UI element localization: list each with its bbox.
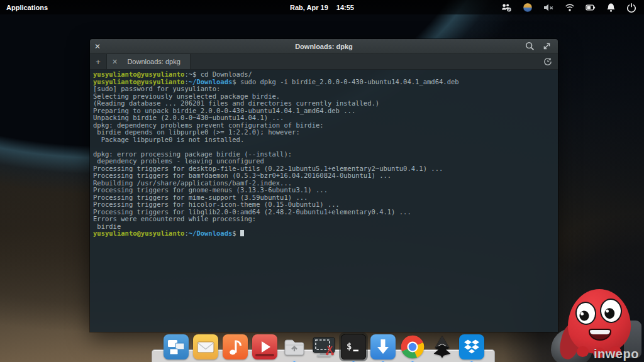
tab-bar: + ✕ Downloads: dpkg bbox=[90, 54, 558, 70]
mascot-eye-right bbox=[599, 298, 623, 324]
terminal-output-area[interactable]: yusyulianto@yusyulianto:~$ cd Downloads/… bbox=[90, 70, 558, 332]
inkscape-dock-icon[interactable] bbox=[430, 334, 455, 359]
terminal-dock-icon[interactable]: $ bbox=[341, 334, 366, 359]
music-dock-icon[interactable] bbox=[223, 334, 248, 359]
dock: $ bbox=[164, 334, 484, 359]
battery-icon[interactable] bbox=[586, 3, 596, 13]
dropbox-dock-icon[interactable] bbox=[459, 334, 484, 359]
applications-menu-button[interactable]: Applications bbox=[0, 0, 54, 14]
tab-downloads-dpkg[interactable]: ✕ Downloads: dpkg bbox=[106, 54, 191, 69]
tab-label: Downloads: dpkg bbox=[123, 58, 185, 65]
search-icon[interactable] bbox=[525, 41, 535, 51]
mascot-mouth bbox=[589, 329, 611, 341]
history-icon[interactable] bbox=[543, 54, 558, 69]
wifi-icon[interactable] bbox=[565, 3, 575, 12]
downloads-dock-icon[interactable] bbox=[370, 334, 396, 359]
clock-date: Rab, Apr 19 bbox=[290, 4, 328, 11]
videos-dock-icon[interactable] bbox=[252, 334, 277, 359]
notifications-bell-icon[interactable] bbox=[606, 3, 616, 13]
globe-indicator-icon[interactable] bbox=[523, 3, 533, 13]
mascot-eye-left bbox=[574, 300, 598, 326]
volume-muted-icon[interactable] bbox=[543, 3, 554, 13]
terminal-lines: yusyulianto@yusyulianto:~$ cd Downloads/… bbox=[93, 71, 558, 238]
terminal-window: ✕ Downloads: dpkg + ✕ Downloads: dpkg yu… bbox=[90, 39, 558, 332]
tab-close-icon[interactable]: ✕ bbox=[112, 58, 118, 66]
system-tray bbox=[501, 3, 644, 13]
mascot-tentacle bbox=[577, 346, 589, 357]
power-icon[interactable] bbox=[626, 3, 636, 13]
window-close-icon[interactable]: ✕ bbox=[90, 42, 105, 51]
new-tab-icon[interactable]: + bbox=[90, 54, 106, 69]
window-titlebar[interactable]: ✕ Downloads: dpkg bbox=[90, 39, 558, 54]
mascot-head bbox=[568, 289, 631, 354]
multitasking-view-dock-icon[interactable] bbox=[164, 334, 189, 359]
svg-text:$: $ bbox=[347, 341, 352, 351]
users-sync-icon[interactable] bbox=[501, 3, 512, 13]
mail-dock-icon[interactable] bbox=[193, 334, 218, 359]
files-dock-icon[interactable] bbox=[282, 334, 307, 359]
chrome-dock-icon[interactable] bbox=[400, 334, 425, 359]
watermark-text: inwepo bbox=[594, 347, 639, 361]
top-panel: Applications Rab, Apr 19 14:55 bbox=[0, 0, 644, 14]
screenshot-dock-icon[interactable] bbox=[311, 334, 336, 359]
maximize-icon[interactable] bbox=[542, 41, 552, 51]
clock-indicator[interactable]: Rab, Apr 19 14:55 bbox=[290, 4, 354, 11]
clock-time: 14:55 bbox=[336, 4, 354, 11]
inwepo-watermark: inwepo bbox=[558, 282, 640, 362]
window-title: Downloads: dpkg bbox=[90, 43, 558, 50]
